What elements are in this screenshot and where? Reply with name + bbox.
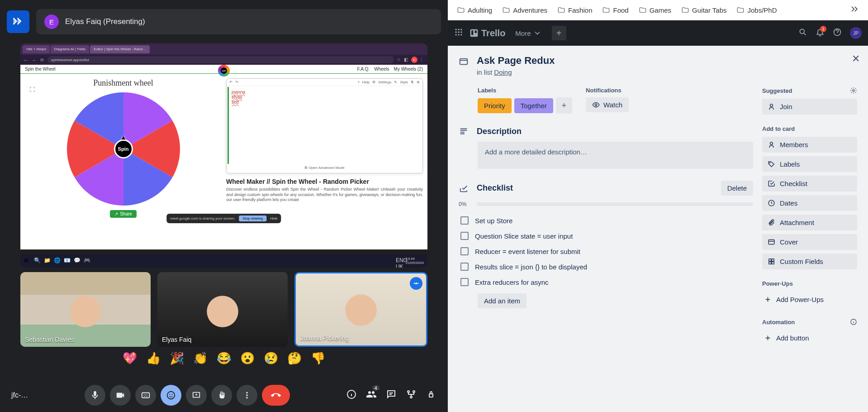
- create-button[interactable]: +: [552, 26, 566, 40]
- participant-tile[interactable]: Sebastian Davies: [20, 272, 151, 347]
- browser-tab[interactable]: Vite + React: [23, 45, 50, 53]
- reaction-clap[interactable]: 👏: [193, 351, 208, 365]
- participant-tile[interactable]: Elyas Faiq: [157, 272, 288, 347]
- reaction-party[interactable]: 🎉: [170, 351, 184, 365]
- gear-icon[interactable]: [850, 87, 857, 94]
- checkbox[interactable]: [460, 232, 469, 240]
- shuffle-icon[interactable]: ⇅: [411, 80, 414, 84]
- forward-icon[interactable]: →: [31, 57, 37, 62]
- chat-icon[interactable]: [386, 389, 397, 402]
- start-icon[interactable]: ⊞: [24, 257, 31, 264]
- search-icon[interactable]: 🔍: [34, 257, 41, 264]
- bookmark-folder[interactable]: Fashion: [557, 6, 592, 14]
- people-icon[interactable]: 4: [366, 389, 377, 402]
- reaction-heart[interactable]: 💖: [123, 351, 137, 365]
- bookmark-folder[interactable]: Food: [602, 6, 628, 14]
- delete-checklist-button[interactable]: Delete: [721, 181, 753, 196]
- raise-hand-button[interactable]: [211, 385, 232, 406]
- labels-button[interactable]: Labels: [762, 156, 857, 172]
- nav-link[interactable]: F.A.Q.: [357, 67, 370, 72]
- extension-icon[interactable]: ◧: [404, 57, 409, 62]
- add-automation-button[interactable]: Add button: [762, 330, 857, 346]
- expand-icon[interactable]: ⛶: [29, 86, 35, 93]
- cover-button[interactable]: Cover: [762, 234, 857, 250]
- activities-icon[interactable]: [406, 389, 417, 402]
- bookmark-folder[interactable]: Jobs/PhD: [736, 6, 777, 14]
- reaction-thumbsup[interactable]: 👍: [146, 351, 161, 365]
- hide-sharing-button[interactable]: Hide: [270, 216, 277, 220]
- checkbox[interactable]: [460, 216, 469, 225]
- bookmark-folder[interactable]: Games: [639, 6, 671, 14]
- label-priority[interactable]: Priority: [478, 98, 512, 113]
- presenter-pill[interactable]: E Elyas Faiq (Presenting): [36, 9, 441, 34]
- checklist-button[interactable]: Checklist: [762, 176, 857, 192]
- editor-textarea[interactable]: joanna elyas seb: [228, 87, 422, 164]
- style-icon[interactable]: ✎: [394, 80, 397, 84]
- card-title[interactable]: Ask Page Redux: [477, 55, 555, 67]
- settings-icon[interactable]: ⚙: [372, 80, 375, 84]
- camera-button[interactable]: [110, 385, 131, 406]
- checklist-item[interactable]: Extra reducers for async: [459, 274, 753, 290]
- add-label-button[interactable]: +: [556, 97, 572, 114]
- app-switcher-icon[interactable]: [454, 28, 463, 38]
- nav-link[interactable]: Wheels: [374, 67, 389, 72]
- nav-link[interactable]: My Wheels (2): [394, 67, 423, 72]
- help-icon[interactable]: [833, 28, 842, 38]
- present-button[interactable]: [186, 385, 207, 406]
- checklist-item[interactable]: Question Slice state = user input: [459, 228, 753, 244]
- stop-sharing-button[interactable]: Stop sharing: [239, 216, 266, 221]
- reaction-thumbsdown[interactable]: 👎: [311, 351, 325, 365]
- join-button[interactable]: Join: [762, 99, 857, 115]
- dates-button[interactable]: Dates: [762, 195, 857, 211]
- emoji-button[interactable]: [161, 385, 181, 406]
- advanced-mode-link[interactable]: ⊞ Open Advanced Mode: [227, 165, 422, 171]
- wheel-editor[interactable]: ↶↷ ?Help ⚙Settings ✎Style ⇅ ⊕ joanna: [226, 78, 423, 173]
- bookmark-folder[interactable]: Adulting: [457, 6, 492, 14]
- more-icon[interactable]: ⊕: [417, 80, 420, 84]
- checkbox[interactable]: [460, 247, 469, 255]
- add-item-button[interactable]: Add an item: [478, 293, 526, 308]
- bookmarks-overflow-icon[interactable]: [850, 5, 859, 15]
- reaction-laugh[interactable]: 😂: [217, 351, 231, 365]
- mic-button[interactable]: [85, 385, 105, 406]
- menu-icon[interactable]: ⋮: [419, 57, 425, 62]
- checklist-item[interactable]: Reducer = event listener for submit: [459, 244, 753, 259]
- browser-tab[interactable]: Diagrams AI | Trello: [51, 45, 90, 53]
- reaction-think[interactable]: 🤔: [287, 351, 302, 365]
- description-input[interactable]: Add a more detailed description…: [478, 142, 753, 169]
- search-icon[interactable]: [798, 28, 807, 38]
- reload-icon[interactable]: ⟳: [39, 57, 45, 62]
- more-menu[interactable]: More: [515, 29, 541, 38]
- captions-button[interactable]: CC: [135, 385, 156, 406]
- url-field[interactable]: spinthewheel.app/editor: [47, 56, 394, 63]
- profile-icon[interactable]: K: [411, 57, 417, 63]
- user-avatar[interactable]: JP: [850, 27, 862, 39]
- checkbox[interactable]: [460, 263, 469, 271]
- star-icon[interactable]: ☆: [397, 57, 402, 62]
- custom-fields-button[interactable]: Custom Fields: [762, 254, 857, 269]
- back-icon[interactable]: ←: [23, 57, 28, 62]
- attachment-button[interactable]: Attachment: [762, 215, 857, 230]
- members-button[interactable]: Members: [762, 137, 857, 153]
- spin-wheel[interactable]: Spin: [67, 92, 180, 206]
- redo-icon[interactable]: ↷: [235, 80, 238, 84]
- help-icon[interactable]: ?: [357, 80, 359, 84]
- info-icon[interactable]: [346, 389, 357, 402]
- leave-call-button[interactable]: [262, 385, 290, 406]
- close-icon[interactable]: ✕: [852, 53, 860, 65]
- participant-tile-speaking[interactable]: Joanna Pickering: [294, 272, 427, 347]
- reaction-cry[interactable]: 😢: [264, 351, 278, 365]
- spin-button[interactable]: Spin: [114, 139, 133, 158]
- checkbox[interactable]: [460, 278, 469, 286]
- nav-home[interactable]: Spin the Wheel: [25, 67, 56, 72]
- browser-tab-active[interactable]: Editor | Spin the Wheel - Rand…: [90, 45, 150, 53]
- more-options-button[interactable]: [237, 385, 257, 406]
- notifications-icon[interactable]: 1: [816, 28, 825, 38]
- trello-brand[interactable]: Trello: [470, 28, 505, 38]
- reaction-wow[interactable]: 😮: [240, 351, 255, 365]
- add-power-ups-button[interactable]: Add Power-Ups: [762, 292, 857, 307]
- bookmark-folder[interactable]: Adventures: [502, 6, 547, 14]
- share-button[interactable]: ↗ Share: [110, 210, 137, 218]
- host-controls-icon[interactable]: [426, 389, 436, 402]
- info-icon[interactable]: [850, 318, 857, 326]
